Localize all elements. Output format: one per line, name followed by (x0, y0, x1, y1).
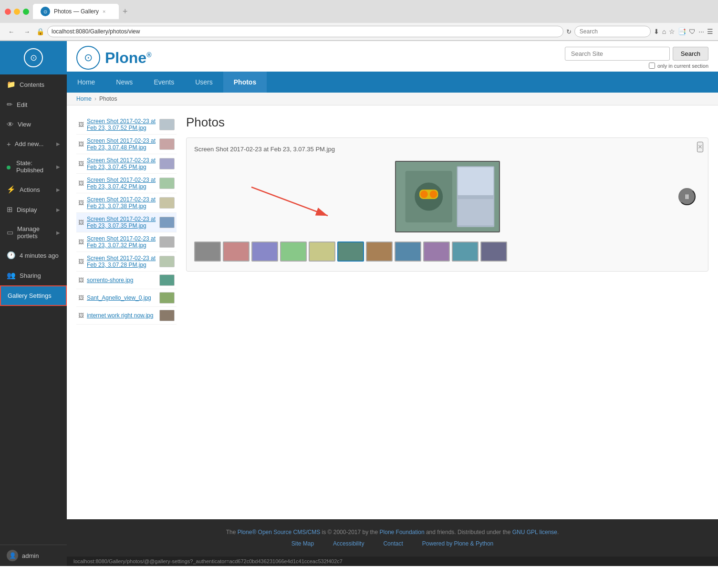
menu-icon[interactable]: ☰ (707, 28, 713, 35)
list-item[interactable]: 🖼 Screen Shot 2017-02-23 at Feb 23, 3.07… (76, 135, 177, 154)
arrow-icon: ▶ (56, 164, 60, 169)
thumbnail-6[interactable] (337, 242, 364, 262)
forward-button[interactable]: → (21, 26, 33, 37)
photo-thumb (159, 138, 175, 150)
search-site-input[interactable] (565, 47, 670, 61)
thumbnail-5[interactable] (309, 242, 335, 262)
footer-foundation-link[interactable]: Plone Foundation (380, 529, 425, 536)
close-dot[interactable] (5, 9, 11, 15)
sidebar-item-label: Edit (17, 101, 27, 108)
add-icon: + (7, 140, 11, 148)
nav-item-photos[interactable]: Photos (223, 72, 267, 93)
sidebar-item-manage-portlets[interactable]: ▭ Manage portlets ▶ (0, 220, 67, 245)
footer-license-link[interactable]: GNU GPL license (512, 529, 557, 536)
image-icon: 🖼 (78, 312, 84, 319)
browser-icons: ⬇ ⌂ ☆ 📑 🛡 ··· ☰ (654, 28, 713, 35)
sidebar-item-actions[interactable]: ⚡ Actions ▶ (0, 179, 67, 200)
tab-close-button[interactable]: × (103, 9, 105, 14)
maximize-dot[interactable] (23, 9, 29, 15)
photo-list-item-label: Screen Shot 2017-02-23 at Feb 23, 3.07.4… (87, 137, 156, 151)
image-icon: 🖼 (78, 141, 84, 147)
list-item[interactable]: 🖼 Screen Shot 2017-02-23 at Feb 23, 3.07… (76, 252, 177, 272)
minimize-dot[interactable] (14, 9, 20, 15)
thumbnail-10[interactable] (452, 242, 479, 262)
footer-plone-link[interactable]: Plone® Open Source CMS/CMS (238, 529, 321, 536)
list-item[interactable]: 🖼 Screen Shot 2017-02-23 at Feb 23, 3.07… (76, 232, 177, 252)
nav-item-news[interactable]: News (105, 72, 143, 93)
display-icon: ⊞ (7, 205, 13, 214)
bookmark-icon[interactable]: 📑 (678, 28, 686, 35)
slideshow-thumbnails (194, 240, 700, 263)
logo-text: Plone® (105, 49, 151, 67)
browser-search-input[interactable] (574, 26, 651, 37)
search-section-checkbox[interactable] (649, 63, 655, 69)
search-button[interactable]: Search (673, 47, 708, 61)
app-wrapper: ⊙ 📁 Contents ✏ Edit 👁 View + Add new... … (0, 41, 718, 566)
footer-text-end: and friends. Distributed under the (425, 529, 512, 536)
slideshow-container: Screen Shot 2017-02-23 at Feb 23, 3.07.3… (186, 137, 708, 272)
star-icon[interactable]: ☆ (669, 28, 675, 35)
photo-list-item-label: Sant_Agnello_view_0.jpg (87, 294, 156, 301)
thumbnail-4[interactable] (280, 242, 307, 262)
photo-thumb (159, 119, 175, 130)
pause-button[interactable]: ⏸ (678, 188, 696, 205)
slideshow-main-image (395, 161, 500, 232)
thumbnail-8[interactable] (395, 242, 421, 262)
footer-link-contact[interactable]: Contact (383, 540, 403, 547)
slideshow-close-button[interactable]: × (697, 142, 703, 152)
top-nav: Home News Events Users Photos (67, 72, 718, 93)
dots-icon[interactable]: ··· (698, 28, 704, 35)
sidebar-bottom: 👤 admin (0, 545, 67, 566)
nav-item-events[interactable]: Events (143, 72, 185, 93)
list-item[interactable]: 🖼 Sant_Agnello_view_0.jpg (76, 289, 177, 307)
url-bar[interactable] (47, 26, 563, 37)
sidebar-item-edit[interactable]: ✏ Edit (0, 94, 67, 115)
home-icon[interactable]: ⌂ (662, 28, 666, 35)
nav-item-home[interactable]: Home (67, 72, 105, 93)
shield-icon[interactable]: 🛡 (689, 28, 696, 35)
list-item[interactable]: 🖼 Screen Shot 2017-02-23 at Feb 23, 3.07… (76, 154, 177, 174)
photo-list-item-label: Screen Shot 2017-02-23 at Feb 23, 3.07.5… (87, 118, 156, 131)
logo-icon: ⊙ (76, 46, 100, 70)
sidebar-item-label: Sharing (20, 272, 41, 279)
contents-icon: 📁 (7, 80, 16, 89)
search-section-label: only in current section (657, 63, 708, 69)
breadcrumb-home[interactable]: Home (76, 95, 92, 102)
footer-link-accessibility[interactable]: Accessibility (333, 540, 364, 547)
sidebar-item-state[interactable]: State: Published ▶ (0, 154, 67, 179)
slideshow-title: Screen Shot 2017-02-23 at Feb 23, 3.07.3… (194, 146, 700, 153)
back-button[interactable]: ← (5, 26, 18, 37)
browser-tab[interactable]: ⊙ Photos — Gallery × (33, 4, 119, 19)
thumbnail-7[interactable] (366, 242, 393, 262)
thumbnail-9[interactable] (423, 242, 450, 262)
sidebar-item-display[interactable]: ⊞ Display ▶ (0, 200, 67, 220)
list-item[interactable]: 🖼 Screen Shot 2017-02-23 at Feb 23, 3.07… (76, 174, 177, 193)
thumbnail-11[interactable] (480, 242, 507, 262)
sidebar-item-view[interactable]: 👁 View (0, 115, 67, 134)
nav-item-users[interactable]: Users (185, 72, 223, 93)
list-item[interactable]: 🖼 Screen Shot 2017-02-23 at Feb 23, 3.07… (76, 193, 177, 213)
refresh-button[interactable]: ↻ (566, 28, 572, 35)
sidebar-item-clock[interactable]: 🕐 4 minutes ago (0, 245, 67, 265)
sidebar-item-sharing[interactable]: 👥 Sharing (0, 265, 67, 285)
list-item[interactable]: 🖼 Screen Shot 2017-02-23 at Feb 23, 3.07… (76, 115, 177, 135)
thumbnail-2[interactable] (223, 242, 250, 262)
footer-link-sitemap[interactable]: Site Map (291, 540, 314, 547)
arrow-icon: ▶ (56, 230, 60, 235)
list-item[interactable]: 🖼 Screen Shot 2017-02-23 at Feb 23, 3.07… (76, 213, 177, 232)
status-url: localhost:8080/Gallery/photos/@@gallery-… (73, 558, 343, 564)
photo-list-item-label: Screen Shot 2017-02-23 at Feb 23, 3.07.3… (87, 235, 156, 249)
new-tab-button[interactable]: + (123, 7, 128, 17)
user-avatar: 👤 (7, 550, 18, 561)
download-icon[interactable]: ⬇ (654, 28, 659, 35)
footer-link-powered[interactable]: Powered by Plone & Python (422, 540, 493, 547)
sidebar-item-contents[interactable]: 📁 Contents (0, 74, 67, 94)
list-item[interactable]: 🖼 internet work right now.jpg (76, 307, 177, 325)
sidebar-item-add[interactable]: + Add new... ▶ (0, 134, 67, 154)
sidebar-item-label: Contents (20, 81, 44, 88)
thumbnail-1[interactable] (194, 242, 221, 262)
arrow-icon: ▶ (56, 207, 60, 212)
list-item[interactable]: 🖼 sorrento-shore.jpg (76, 272, 177, 289)
thumbnail-3[interactable] (251, 242, 278, 262)
sidebar-item-gallery-settings[interactable]: Gallery Settings (0, 285, 67, 306)
